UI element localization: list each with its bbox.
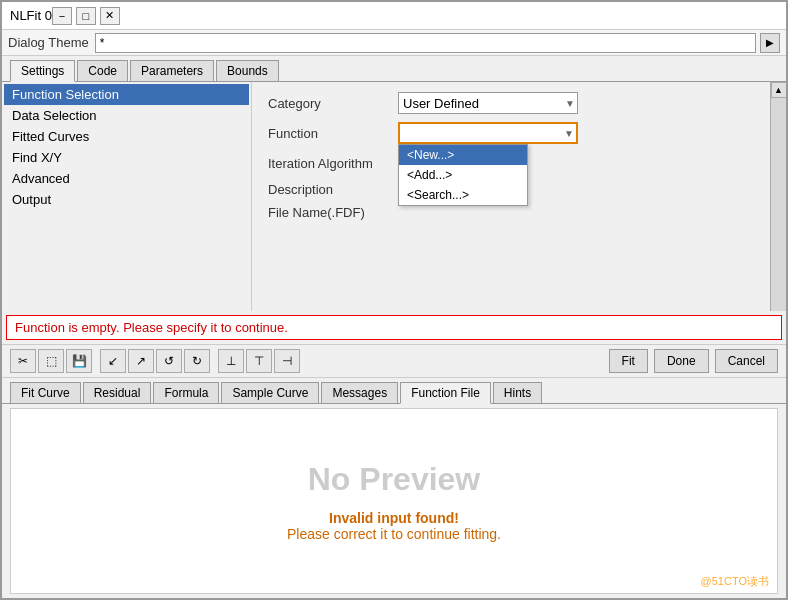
toolbar-tool3-button[interactable]: ⊣: [274, 349, 300, 373]
toolbar-tool2-button[interactable]: ⊤: [246, 349, 272, 373]
toolbar-right: Fit Done Cancel: [609, 349, 778, 373]
fit-button[interactable]: Fit: [609, 349, 648, 373]
function-label: Function: [268, 126, 398, 141]
tab-formula[interactable]: Formula: [153, 382, 219, 403]
main-window: NLFit 0 − □ ✕ Dialog Theme ▶ Settings Co…: [0, 0, 788, 600]
minimize-button[interactable]: −: [52, 7, 72, 25]
tab-parameters[interactable]: Parameters: [130, 60, 214, 81]
tab-sample-curve[interactable]: Sample Curve: [221, 382, 319, 403]
category-combo[interactable]: User Defined ▼: [398, 92, 578, 114]
toolbar-up-button[interactable]: ↗: [128, 349, 154, 373]
toolbar-tool1-button[interactable]: ⊥: [218, 349, 244, 373]
iteration-label: Iteration Algorithm: [268, 156, 398, 171]
tab-hints[interactable]: Hints: [493, 382, 542, 403]
toolbar: ✂ ⬚ 💾 ↙ ↗ ↺ ↻ ⊥ ⊤ ⊣ Fit Done Cancel: [2, 344, 786, 378]
function-arrow: ▼: [564, 128, 574, 139]
toolbar-undo-button[interactable]: ↺: [156, 349, 182, 373]
done-button[interactable]: Done: [654, 349, 709, 373]
toolbar-copy-button[interactable]: ⬚: [38, 349, 64, 373]
toolbar-cut-button[interactable]: ✂: [10, 349, 36, 373]
preview-title: No Preview: [308, 461, 481, 498]
dialog-theme-input[interactable]: [95, 33, 756, 53]
dropdown-item-search[interactable]: <Search...>: [399, 185, 527, 205]
sidebar-item-advanced[interactable]: Advanced: [4, 168, 249, 189]
maximize-button[interactable]: □: [76, 7, 96, 25]
bottom-tabs-bar: Fit Curve Residual Formula Sample Curve …: [2, 378, 786, 404]
sidebar-item-find-xy[interactable]: Find X/Y: [4, 147, 249, 168]
function-combo[interactable]: ▼: [398, 122, 578, 144]
main-content: Function Selection Data Selection Fitted…: [2, 82, 770, 311]
dialog-theme-arrow[interactable]: ▶: [760, 33, 780, 53]
toolbar-down-button[interactable]: ↙: [100, 349, 126, 373]
window-controls: − □ ✕: [52, 7, 120, 25]
filename-label: File Name(.FDF): [268, 205, 398, 220]
filename-row: File Name(.FDF): [268, 205, 754, 220]
sidebar-item-data-selection[interactable]: Data Selection: [4, 105, 249, 126]
preview-message-1: Invalid input found!: [329, 510, 459, 526]
function-dropdown: <New...> <Add...> <Search...>: [398, 144, 528, 206]
category-row: Category User Defined ▼: [268, 92, 754, 114]
category-arrow: ▼: [565, 98, 575, 109]
function-control: ▼ <New...> <Add...> <Search...>: [398, 122, 754, 144]
scroll-up-button[interactable]: ▲: [771, 82, 787, 98]
bottom-section: Fit Curve Residual Formula Sample Curve …: [2, 378, 786, 598]
sidebar-item-fitted-curves[interactable]: Fitted Curves: [4, 126, 249, 147]
preview-message-2: Please correct it to continue fitting.: [287, 526, 501, 542]
right-panel: Category User Defined ▼ Function: [252, 82, 770, 311]
title-bar: NLFit 0 − □ ✕: [2, 2, 786, 30]
tab-messages[interactable]: Messages: [321, 382, 398, 403]
tab-function-file[interactable]: Function File: [400, 382, 491, 404]
dialog-theme-label: Dialog Theme: [8, 35, 89, 50]
toolbar-redo-button[interactable]: ↻: [184, 349, 210, 373]
tab-code[interactable]: Code: [77, 60, 128, 81]
function-row: Function ▼ <New...> <Add...> <Search...>: [268, 122, 754, 144]
close-button[interactable]: ✕: [100, 7, 120, 25]
dropdown-item-add[interactable]: <Add...>: [399, 165, 527, 185]
error-bar: Function is empty. Please specify it to …: [6, 315, 782, 340]
sidebar-item-output[interactable]: Output: [4, 189, 249, 210]
left-panel: Function Selection Data Selection Fitted…: [2, 82, 252, 311]
preview-area: No Preview Invalid input found! Please c…: [10, 408, 778, 594]
main-content-wrapper: Function Selection Data Selection Fitted…: [2, 82, 786, 311]
category-label: Category: [268, 96, 398, 111]
category-control: User Defined ▼: [398, 92, 754, 114]
tab-fit-curve[interactable]: Fit Curve: [10, 382, 81, 403]
top-tabs-bar: Settings Code Parameters Bounds: [2, 56, 786, 82]
left-placeholder: [4, 210, 249, 290]
tab-residual[interactable]: Residual: [83, 382, 152, 403]
watermark: @51CTO读书: [701, 574, 769, 589]
tab-settings[interactable]: Settings: [10, 60, 75, 82]
category-value: User Defined: [403, 96, 479, 111]
side-scrollbar: ▲: [770, 82, 786, 311]
dropdown-item-new[interactable]: <New...>: [399, 145, 527, 165]
dialog-theme-bar: Dialog Theme ▶: [2, 30, 786, 56]
sidebar-item-function-selection[interactable]: Function Selection: [4, 84, 249, 105]
error-message: Function is empty. Please specify it to …: [15, 320, 288, 335]
tab-bounds[interactable]: Bounds: [216, 60, 279, 81]
window-title: NLFit 0: [10, 8, 52, 23]
description-label: Description: [268, 182, 398, 197]
toolbar-save-button[interactable]: 💾: [66, 349, 92, 373]
cancel-button[interactable]: Cancel: [715, 349, 778, 373]
